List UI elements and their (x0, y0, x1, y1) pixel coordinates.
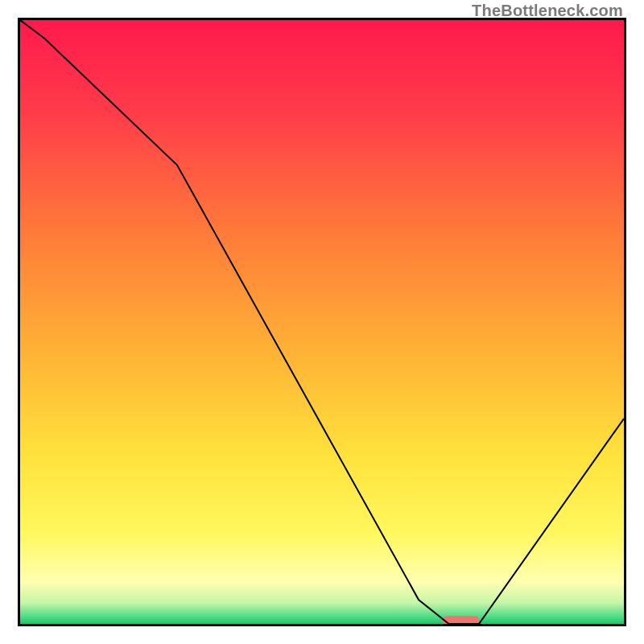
chart-background-gradient (20, 20, 624, 624)
svg-rect-0 (20, 20, 624, 624)
chart-frame (18, 18, 626, 626)
